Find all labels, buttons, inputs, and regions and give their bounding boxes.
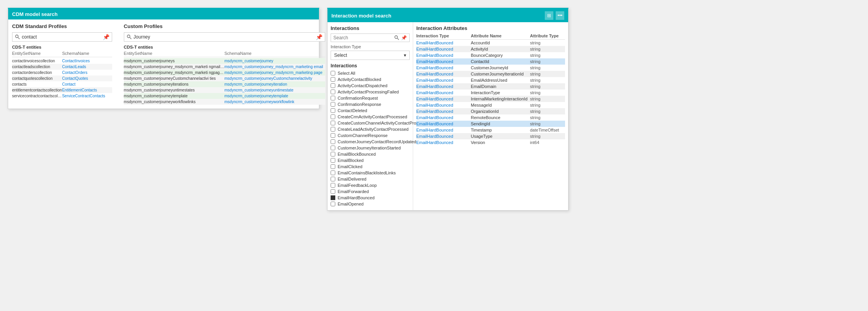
table-row[interactable]: msdyncrm_customerjourney_msdyncrm_market… — [124, 64, 325, 70]
table-row[interactable]: EmailHardBouncedBounceCategorystring — [416, 52, 565, 58]
list-item[interactable]: Select All — [331, 70, 410, 76]
checkbox-input[interactable] — [331, 139, 335, 144]
cdm-left-section: CDM Standard Profiles 📌 CDS-T entities E… — [12, 23, 112, 105]
checkbox-input[interactable] — [331, 114, 335, 119]
table-row[interactable]: EmailHardBouncedSendingIdstring — [416, 121, 565, 127]
list-item[interactable]: EmailBlocked — [331, 157, 410, 163]
list-item[interactable]: CustomChannelResponse — [331, 132, 410, 139]
list-item[interactable]: ConfirmationRequest — [331, 95, 410, 101]
pin-icon-right[interactable]: 📌 — [316, 34, 322, 40]
left-rows-container: contactinvoicescollectionContactInvoices… — [12, 58, 112, 99]
checkbox-input[interactable] — [331, 158, 335, 163]
cdm-right-search-box[interactable]: 📌 — [124, 32, 325, 42]
right-rows-container: msdyncrm_customerjourneysmsdyncrm_custom… — [124, 58, 325, 105]
list-item[interactable]: CreateCrmActivityContactProcessed — [331, 114, 410, 120]
list-item[interactable]: EmailHardBounced — [331, 195, 410, 201]
list-item[interactable]: ConfirmationResponse — [331, 101, 410, 107]
checkbox-input[interactable] — [331, 152, 335, 156]
table-row[interactable]: msdyncrm_customerjourneyCustomchannelact… — [124, 76, 325, 81]
list-item[interactable]: CustomerJourneyContactRecordUpdated — [331, 139, 410, 145]
checkbox-input[interactable] — [331, 83, 335, 88]
table-row[interactable]: EmailHardBouncedUsageTypestring — [416, 133, 565, 139]
table-row[interactable]: msdyncrm_customerjourneyworkflowlinksmsd… — [124, 99, 325, 105]
list-item[interactable]: EmailClicked — [331, 163, 410, 170]
checkbox-input[interactable] — [331, 133, 335, 138]
header-icon-table[interactable]: ⊞ — [545, 11, 553, 20]
table-row[interactable]: EmailHardBouncedInteractionTypestring — [416, 90, 565, 96]
interaction-panel: Interaction model search ⊞ ••• Interacti… — [327, 8, 569, 211]
svg-line-1 — [18, 37, 19, 39]
interaction-type-select[interactable]: Select ▾ — [331, 51, 410, 60]
col-entity-header-right: EntitySetName — [124, 51, 224, 56]
right-table-header: EntitySetName SchemaName — [124, 51, 325, 57]
checkbox-input[interactable] — [331, 177, 335, 181]
table-row[interactable]: entitlementcontactscollectionEntitlement… — [12, 87, 112, 93]
list-item[interactable]: CreateCustomChannelActivityContactProc..… — [331, 120, 410, 126]
interaction-type-label: Interaction Type — [331, 44, 410, 49]
checkbox-input[interactable] — [331, 146, 335, 150]
header-icon-more[interactable]: ••• — [556, 11, 564, 20]
list-item[interactable]: EmailFeedbackLoop — [331, 182, 410, 188]
interaction-search-input[interactable] — [333, 35, 394, 40]
table-row[interactable]: EmailHardBouncedMessageIdstring — [416, 102, 565, 108]
checkbox-input[interactable] — [331, 127, 335, 132]
list-item[interactable]: EmailContainsBlacklistedLinks — [331, 170, 410, 176]
table-row[interactable]: contactsContact — [12, 81, 112, 87]
attr-table-header: Interaction Type Attribute Name Attribut… — [416, 33, 565, 40]
table-row[interactable]: msdyncrm_customerjourneyuntimestatesmsdy… — [124, 87, 325, 93]
table-row[interactable]: EmailHardBouncedEmailAddressUsedstring — [416, 77, 565, 83]
checkbox-input[interactable] — [331, 121, 335, 125]
table-row[interactable]: contactleadscollectionContactLeads — [12, 64, 112, 70]
table-row[interactable]: contactorderscollectionContactOrders — [12, 70, 112, 76]
attr-title: Interaction Attributes — [416, 25, 565, 31]
table-row[interactable]: contactinvoicescollectionContactInvoices — [12, 58, 112, 64]
list-item[interactable]: ContactDeleted — [331, 107, 410, 114]
list-item[interactable]: CustomerJourneyIterationStarted — [331, 145, 410, 151]
list-item[interactable]: EmailDelivered — [331, 176, 410, 182]
table-row[interactable]: msdyncrm_customerjourneysmsdyncrm_custom… — [124, 58, 325, 64]
table-row[interactable]: EmailHardBouncedRemoteBouncestring — [416, 114, 565, 121]
cdm-left-search-input[interactable] — [22, 34, 101, 40]
checkbox-input[interactable] — [331, 108, 335, 113]
list-item[interactable]: EmailForwarded — [331, 188, 410, 195]
table-row[interactable]: contactquotescollectionContactQuotes — [12, 76, 112, 81]
table-row[interactable]: msdyncrm_customerjourneyiterationsmsdync… — [124, 81, 325, 87]
table-row[interactable]: EmailHardBouncedVersionint64 — [416, 139, 565, 146]
table-row[interactable]: EmailHardBouncedCustomerJourneyIteration… — [416, 71, 565, 77]
table-row[interactable]: EmailHardBouncedEmailDomainstring — [416, 83, 565, 90]
cdm-panel: CDM model search CDM Standard Profiles 📌… — [8, 8, 319, 109]
table-row[interactable]: EmailHardBouncedAccountIdstring — [416, 40, 565, 46]
table-row[interactable]: EmailHardBouncedInternalMarketingInterac… — [416, 96, 565, 102]
col-schema-header-left: SchemaName — [62, 51, 112, 56]
checkbox-input[interactable] — [331, 77, 335, 82]
list-item[interactable]: ActivityContactBlocked — [331, 76, 410, 83]
table-row[interactable]: EmailHardBouncedOrganizationIdstring — [416, 108, 565, 114]
checkbox-input[interactable] — [331, 71, 335, 76]
pin-icon-interaction[interactable]: 📌 — [401, 35, 407, 40]
list-item[interactable]: ActivityContactDispatched — [331, 83, 410, 89]
checkbox-input[interactable] — [331, 189, 335, 194]
table-row[interactable]: msdyncrm_customerjourney_msdyncrm_market… — [124, 70, 325, 76]
table-row[interactable]: servicecontractcontactscollectionService… — [12, 93, 112, 99]
table-row[interactable]: EmailHardBouncedCustomerJourneyIdstring — [416, 65, 565, 71]
checkbox-input[interactable] — [331, 183, 335, 188]
standard-profiles-title: CDM Standard Profiles — [12, 23, 112, 29]
cdm-left-search-box[interactable]: 📌 — [12, 32, 112, 42]
table-row[interactable]: EmailHardBouncedActivityIdstring — [416, 46, 565, 52]
cdm-right-search-input[interactable] — [134, 34, 314, 40]
list-item[interactable]: ActivityContactProcessingFailed — [331, 89, 410, 95]
pin-icon-left[interactable]: 📌 — [103, 34, 109, 40]
checkbox-input[interactable] — [331, 102, 335, 107]
checkbox-input[interactable] — [331, 96, 335, 100]
interaction-search-box[interactable]: 📌 — [331, 33, 410, 42]
checkbox-input[interactable] — [331, 202, 335, 206]
checkbox-input[interactable] — [331, 164, 335, 169]
list-item[interactable]: EmailOpened — [331, 201, 410, 207]
list-item[interactable]: CreateLeadActivityContactProcessed — [331, 126, 410, 132]
table-row[interactable]: msdyncrm_customerjourneytemplatemsdyncrm… — [124, 93, 325, 99]
list-item[interactable]: EmailBlockBounced — [331, 151, 410, 157]
table-row[interactable]: EmailHardBouncedContactIdstring — [416, 58, 565, 65]
checkbox-input[interactable] — [331, 170, 335, 175]
checkbox-input[interactable] — [331, 90, 335, 94]
table-row[interactable]: EmailHardBouncedTimestampdateTimeOffset — [416, 127, 565, 133]
